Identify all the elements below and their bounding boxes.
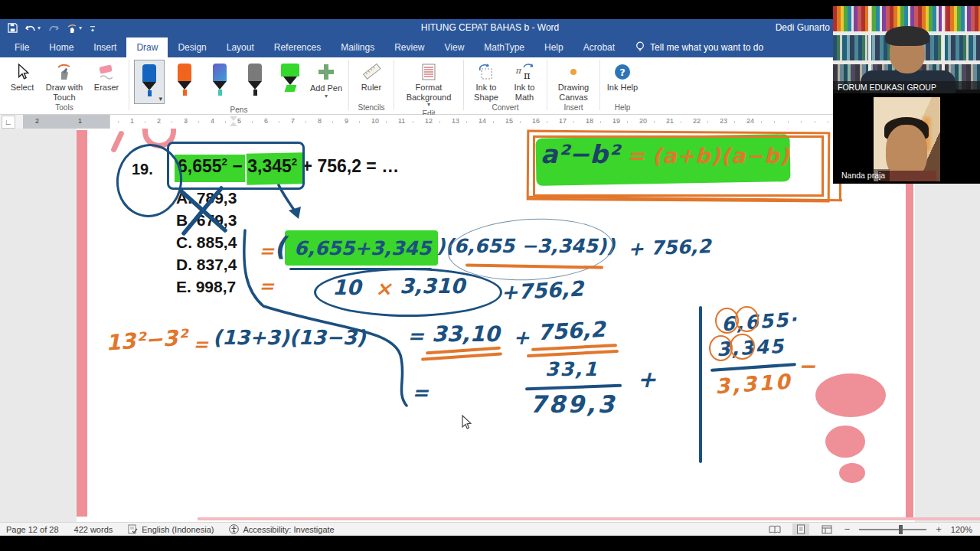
tab-view[interactable]: View [435, 37, 475, 57]
black-pencil[interactable] [240, 60, 270, 104]
add-pen-button[interactable]: Add Pen ▾ [309, 60, 344, 99]
tab-layout[interactable]: Layout [217, 37, 264, 57]
ruler-number: 21 [666, 117, 674, 125]
hw-col-minus: − [798, 354, 815, 379]
redo-button[interactable] [48, 24, 59, 33]
pink-blob-large [815, 373, 886, 417]
tab-references[interactable]: References [264, 37, 331, 57]
chevron-down-icon: ▾ [79, 25, 82, 31]
ruler-margin-number: 1 [78, 117, 82, 125]
select-button[interactable]: Select [5, 60, 40, 93]
tab-file[interactable]: File [5, 37, 39, 57]
ink-formula-box-hook [839, 184, 841, 201]
ruler-number: 3 [184, 117, 188, 125]
group-insert: Drawing Canvas Insert [547, 57, 599, 114]
answer-option: A. 789,3 [176, 187, 237, 209]
more-icon [90, 24, 96, 32]
ink-to-math-icon: ππ [514, 61, 534, 83]
answer-option: B. 679,3 [176, 209, 237, 231]
tab-mathtype[interactable]: MathType [474, 37, 534, 57]
customize-qat-button[interactable] [90, 24, 96, 32]
select-cursor-icon [15, 61, 29, 83]
hw-left-rhs: (13+3)(13−3) [213, 326, 366, 349]
read-mode-icon [769, 525, 781, 534]
ink-to-shape-label: Ink to Shape [469, 83, 504, 102]
pink-blob-small [839, 463, 865, 483]
word-count[interactable]: 422 words [74, 525, 113, 534]
tab-review[interactable]: Review [384, 37, 434, 57]
tell-me-box[interactable]: Tell me what you want to do [635, 41, 763, 57]
tab-insert[interactable]: Insert [83, 37, 126, 57]
green-highlighter[interactable] [275, 60, 305, 104]
tab-draw[interactable]: Draw [126, 37, 168, 57]
tab-acrobat[interactable]: Acrobat [573, 37, 625, 57]
group-label-stencils: Stencils [358, 102, 384, 114]
tab-help[interactable]: Help [534, 37, 573, 57]
proofing-icon [128, 524, 138, 534]
hw-sum-a: 33,10 [432, 321, 500, 347]
group-label-convert: Convert [492, 102, 518, 114]
ink-to-math-button[interactable]: ππ Ink to Math [507, 60, 542, 102]
ruler-button[interactable]: Ruler [354, 60, 389, 93]
signed-in-user[interactable]: Dedi Gunarto [776, 22, 830, 33]
redo-icon [48, 24, 59, 33]
ruler-number: 16 [532, 117, 540, 125]
eraser-label: Eraser [94, 83, 119, 93]
undo-button[interactable]: ▾ [25, 24, 41, 33]
save-button[interactable] [8, 23, 18, 33]
zoom-level[interactable]: 120% [951, 525, 972, 534]
hw-add-plus: + [637, 366, 656, 393]
lightbulb-icon [635, 41, 645, 53]
svg-text:π: π [524, 70, 531, 81]
ink-to-shape-button[interactable]: Ink to Shape [469, 60, 504, 102]
galaxy-pen[interactable] [204, 60, 235, 104]
tab-home[interactable]: Home [39, 37, 83, 57]
formula-lhs: a²−b² [541, 139, 619, 169]
hw-line2-tail: +756,2 [500, 276, 584, 305]
draw-with-touch-button[interactable]: Draw with Touch [43, 60, 86, 102]
zoom-out-button[interactable]: − [844, 523, 851, 535]
print-layout-button[interactable] [792, 523, 809, 535]
eraser-button[interactable]: Eraser [89, 60, 124, 93]
format-background-button[interactable]: Format Background ▾ [399, 60, 459, 108]
group-stencils: Ruler Stencils [349, 57, 394, 114]
drawing-canvas-button[interactable]: Drawing Canvas [552, 60, 595, 102]
read-mode-button[interactable] [766, 523, 783, 535]
hw-equals-1: = [259, 240, 274, 262]
webcam-panel: FORUM EDUKASI GROUP Nanda praja [833, 0, 980, 184]
blue-pen[interactable]: ▾ [134, 60, 165, 104]
ruler-number: 13 [452, 117, 459, 125]
ruler-number: 11 [398, 117, 405, 125]
webcam-label-2: Nanda praja [837, 169, 890, 181]
chevron-down-icon: ▾ [325, 93, 328, 99]
ruler-number: 24 [746, 117, 754, 125]
ruler-number: 4 [211, 117, 214, 125]
letterbox-bottom [0, 536, 980, 551]
chevron-down-icon[interactable]: ▾ [158, 95, 162, 103]
orange-marker[interactable] [169, 60, 200, 104]
document-area: 19. 6,6552 − 3,3452 + 756,2 = … A. 789,3… [0, 129, 980, 522]
proofing-status[interactable]: English (Indonesia) [128, 524, 214, 534]
ruler-number: 10 [371, 117, 379, 125]
accessibility-status[interactable]: Accessibility: Investigate [229, 524, 334, 534]
accessibility-label: Accessibility: Investigate [243, 525, 334, 534]
ink-help-button[interactable]: ? Ink Help [605, 60, 640, 93]
ruler-number: 19 [612, 117, 620, 125]
hanging-indent-marker[interactable] [230, 122, 237, 126]
webcam-video-1: FORUM EDUKASI GROUP [833, 6, 980, 93]
group-label-insert: Insert [564, 102, 583, 114]
group-pens: ▾ Add Pen ▾ Pens [129, 57, 348, 114]
tab-design[interactable]: Design [168, 37, 216, 57]
tab-mailings[interactable]: Mailings [331, 37, 384, 57]
ruler-number: 17 [559, 117, 567, 125]
tab-stop-selector[interactable]: ∟ [2, 116, 15, 129]
first-line-indent-marker[interactable] [230, 116, 237, 121]
zoom-slider[interactable] [859, 529, 926, 530]
zoom-in-button[interactable]: + [936, 523, 942, 535]
undo-icon [25, 24, 36, 33]
touch-draw-button[interactable]: ▾ [67, 23, 82, 34]
zoom-slider-thumb[interactable] [899, 525, 903, 534]
hw-line2-b: 3,310 [400, 274, 465, 298]
web-layout-button[interactable] [818, 523, 835, 535]
page-indicator[interactable]: Page 12 of 28 [6, 525, 59, 534]
